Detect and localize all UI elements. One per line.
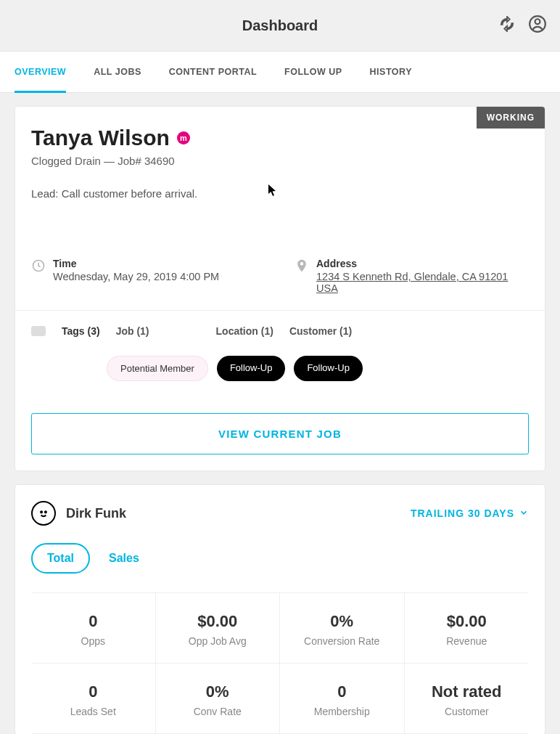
stat-conversion-rate: 0% Conversion Rate [280, 593, 405, 664]
tab-content-portal[interactable]: CONTENT PORTAL [169, 52, 257, 92]
view-current-job-button[interactable]: VIEW CURRENT JOB [31, 413, 529, 454]
stat-label: Opps [37, 635, 149, 647]
stat-value: $0.00 [162, 612, 274, 631]
user-name: Dirk Funk [66, 506, 126, 521]
sync-icon[interactable] [499, 16, 515, 35]
stat-value: 0% [286, 612, 398, 631]
stat-label: Revenue [411, 635, 524, 647]
stats-grid: 0 Opps $0.00 Opp Job Avg 0% Conversion R… [31, 592, 529, 734]
stat-value: 0 [286, 682, 398, 701]
address-value[interactable]: 1234 S Kenneth Rd, Glendale, CA 91201 US… [316, 271, 529, 294]
tab-follow-up[interactable]: FOLLOW UP [284, 52, 342, 92]
location-pin-icon [295, 258, 309, 294]
stat-label: Conversion Rate [286, 635, 398, 647]
job-card: WORKING Tanya Wilson m Clogged Drain — J… [15, 106, 545, 471]
segmented-control: Total Sales [15, 536, 545, 592]
address-label: Address [316, 258, 529, 269]
tab-history[interactable]: HISTORY [370, 52, 412, 92]
tags-section: Tags (3) Job (1) Location (1) Customer (… [15, 311, 545, 397]
clock-icon [31, 258, 46, 294]
job-subtitle: Clogged Drain — Job# 34690 [31, 155, 529, 167]
chevron-down-icon [519, 507, 529, 520]
time-value: Wednesday, May 29, 2019 4:00 PM [53, 271, 219, 282]
stat-opp-job-avg: $0.00 Opp Job Avg [156, 593, 281, 664]
avatar [31, 501, 56, 526]
stat-value: 0% [162, 682, 274, 701]
page-title: Dashboard [242, 17, 318, 34]
tag-category-location[interactable]: Location (1) [216, 325, 273, 337]
stat-leads-set: 0 Leads Set [31, 664, 156, 734]
tag-chip[interactable]: Potential Member [107, 356, 208, 381]
tag-icon [31, 326, 46, 336]
stat-value: 0 [37, 682, 149, 701]
tags-count: Tags (3) [62, 325, 100, 337]
stat-conv-rate: 0% Conv Rate [156, 664, 281, 734]
trailing-period-dropdown[interactable]: TRAILING 30 DAYS [411, 507, 529, 520]
stat-value: Not rated [411, 682, 524, 701]
lead-note: Lead: Call customer before arrival. [31, 187, 529, 200]
stat-label: Conv Rate [162, 706, 274, 717]
tag-category-job[interactable]: Job (1) [116, 325, 149, 337]
app-header: Dashboard [0, 0, 560, 51]
trailing-label: TRAILING 30 DAYS [411, 507, 514, 519]
stat-revenue: $0.00 Revenue [405, 593, 530, 664]
customer-name: Tanya Wilson [31, 126, 170, 150]
stat-label: Opp Job Avg [162, 635, 274, 647]
nav-tabs: OVERVIEW ALL JOBS CONTENT PORTAL FOLLOW … [0, 51, 560, 93]
status-badge: WORKING [477, 107, 545, 129]
stat-opps: 0 Opps [31, 593, 156, 664]
stat-label: Membership [286, 706, 398, 717]
time-block: Time Wednesday, May 29, 2019 4:00 PM [31, 258, 265, 294]
stat-value: 0 [37, 612, 149, 631]
tag-category-customer[interactable]: Customer (1) [289, 325, 352, 337]
tag-chip[interactable]: Follow-Up [294, 356, 363, 381]
header-actions [499, 15, 547, 36]
address-block: Address 1234 S Kenneth Rd, Glendale, CA … [295, 258, 529, 294]
svg-point-1 [535, 19, 540, 24]
segment-sales[interactable]: Sales [109, 552, 139, 565]
time-label: Time [53, 258, 219, 269]
tab-all-jobs[interactable]: ALL JOBS [94, 52, 141, 92]
profile-icon[interactable] [528, 15, 547, 36]
tab-overview[interactable]: OVERVIEW [15, 52, 66, 92]
stat-membership: 0 Membership [280, 664, 405, 734]
membership-icon: m [177, 131, 190, 144]
stat-label: Leads Set [37, 706, 149, 717]
tag-chip[interactable]: Follow-Up [217, 356, 286, 381]
svg-point-4 [45, 511, 46, 513]
stat-customer-rating: Not rated Customer [405, 664, 530, 734]
stat-label: Customer [411, 706, 524, 717]
stat-value: $0.00 [411, 612, 524, 631]
svg-point-3 [41, 511, 42, 513]
segment-total[interactable]: Total [31, 543, 90, 574]
stats-card: Dirk Funk TRAILING 30 DAYS Total Sales 0… [15, 484, 545, 734]
